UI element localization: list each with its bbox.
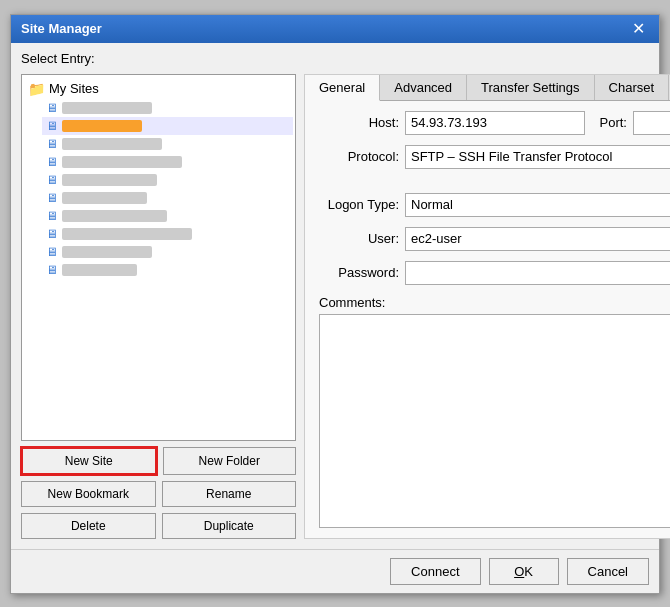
site-label bbox=[62, 192, 147, 204]
password-label: Password: bbox=[319, 265, 399, 280]
tree-item[interactable]: 🖥 bbox=[42, 117, 293, 135]
connect-button[interactable]: Connect bbox=[390, 558, 480, 585]
site-icon: 🖥 bbox=[46, 137, 58, 151]
tree-item[interactable]: 🖥 bbox=[42, 99, 293, 117]
right-panel: General Advanced Transfer Settings Chars… bbox=[304, 74, 670, 539]
site-label bbox=[62, 210, 167, 222]
user-label: User: bbox=[319, 231, 399, 246]
new-bookmark-button[interactable]: New Bookmark bbox=[21, 481, 156, 507]
site-label bbox=[62, 174, 157, 186]
btn-row-3: Delete Duplicate bbox=[21, 513, 296, 539]
logon-type-label: Logon Type: bbox=[319, 197, 399, 212]
site-icon: 🖥 bbox=[46, 155, 58, 169]
btn-row-1: New Site New Folder bbox=[21, 447, 296, 475]
logon-type-select-wrapper: Normal Anonymous Ask for password Intera… bbox=[405, 193, 670, 217]
host-label: Host: bbox=[319, 115, 399, 130]
main-area: 📁 My Sites 🖥 🖥 bbox=[21, 74, 649, 539]
user-input[interactable] bbox=[405, 227, 670, 251]
site-label bbox=[62, 246, 152, 258]
tab-charset[interactable]: Charset bbox=[595, 75, 670, 100]
site-label bbox=[62, 138, 162, 150]
duplicate-button[interactable]: Duplicate bbox=[162, 513, 297, 539]
tab-general[interactable]: General bbox=[305, 75, 380, 101]
site-label bbox=[62, 120, 142, 132]
folder-icon: 📁 bbox=[28, 81, 45, 97]
site-manager-dialog: Site Manager ✕ Select Entry: 📁 My Sites … bbox=[10, 14, 660, 594]
site-label bbox=[62, 102, 152, 114]
protocol-select-wrapper: SFTP – SSH File Transfer Protocol FTP – … bbox=[405, 145, 670, 169]
site-icon: 🖥 bbox=[46, 101, 58, 115]
port-label: Port: bbox=[591, 115, 627, 130]
port-input[interactable] bbox=[633, 111, 670, 135]
protocol-select[interactable]: SFTP – SSH File Transfer Protocol FTP – … bbox=[405, 145, 670, 169]
host-input[interactable] bbox=[405, 111, 585, 135]
btn-row-2: New Bookmark Rename bbox=[21, 481, 296, 507]
new-site-button[interactable]: New Site bbox=[21, 447, 157, 475]
host-row: Host: Port: bbox=[319, 111, 670, 135]
comments-textarea[interactable] bbox=[319, 314, 670, 528]
tree-item[interactable]: 🖥 bbox=[42, 171, 293, 189]
logon-type-row: Logon Type: Normal Anonymous Ask for pas… bbox=[319, 193, 670, 217]
window-title: Site Manager bbox=[21, 21, 102, 36]
password-row: Password: bbox=[319, 261, 670, 285]
tree-container[interactable]: 📁 My Sites 🖥 🖥 bbox=[21, 74, 296, 441]
site-label bbox=[62, 264, 137, 276]
comments-container: Comments: bbox=[319, 295, 670, 528]
dialog-body: Select Entry: 📁 My Sites 🖥 bbox=[11, 43, 659, 549]
tab-content: Host: Port: Protocol: SFTP – SSH File Tr… bbox=[305, 101, 670, 538]
tab-advanced[interactable]: Advanced bbox=[380, 75, 467, 100]
tree-item[interactable]: 🖥 bbox=[42, 207, 293, 225]
ok-button[interactable]: OK bbox=[489, 558, 559, 585]
tree-items: 🖥 🖥 🖥 bbox=[24, 99, 293, 279]
site-icon: 🖥 bbox=[46, 263, 58, 277]
select-entry-label: Select Entry: bbox=[21, 51, 649, 66]
protocol-row: Protocol: SFTP – SSH File Transfer Proto… bbox=[319, 145, 670, 169]
title-bar: Site Manager ✕ bbox=[11, 15, 659, 43]
site-icon: 🖥 bbox=[46, 227, 58, 241]
site-icon: 🖥 bbox=[46, 209, 58, 223]
tree-item[interactable]: 🖥 bbox=[42, 261, 293, 279]
site-icon: 🖥 bbox=[46, 119, 58, 133]
logon-type-select[interactable]: Normal Anonymous Ask for password Intera… bbox=[405, 193, 670, 217]
tree-root-label: My Sites bbox=[49, 81, 99, 96]
comments-label: Comments: bbox=[319, 295, 670, 310]
tabs: General Advanced Transfer Settings Chars… bbox=[305, 75, 670, 101]
site-icon: 🖥 bbox=[46, 245, 58, 259]
site-label bbox=[62, 228, 192, 240]
user-row: User: bbox=[319, 227, 670, 251]
cancel-button[interactable]: Cancel bbox=[567, 558, 649, 585]
bottom-bar: Connect OK Cancel bbox=[11, 549, 659, 593]
tree-item[interactable]: 🖥 bbox=[42, 189, 293, 207]
protocol-label: Protocol: bbox=[319, 149, 399, 164]
site-label bbox=[62, 156, 182, 168]
tree-item[interactable]: 🖥 bbox=[42, 153, 293, 171]
left-panel: 📁 My Sites 🖥 🖥 bbox=[21, 74, 296, 539]
new-folder-button[interactable]: New Folder bbox=[163, 447, 297, 475]
tree-item[interactable]: 🖥 bbox=[42, 135, 293, 153]
close-button[interactable]: ✕ bbox=[628, 21, 649, 37]
password-input[interactable] bbox=[405, 261, 670, 285]
tab-transfer-settings[interactable]: Transfer Settings bbox=[467, 75, 595, 100]
site-icon: 🖥 bbox=[46, 173, 58, 187]
rename-button[interactable]: Rename bbox=[162, 481, 297, 507]
site-icon: 🖥 bbox=[46, 191, 58, 205]
tree-root[interactable]: 📁 My Sites bbox=[24, 79, 293, 99]
tree-item[interactable]: 🖥 bbox=[42, 243, 293, 261]
delete-button[interactable]: Delete bbox=[21, 513, 156, 539]
tree-item[interactable]: 🖥 bbox=[42, 225, 293, 243]
